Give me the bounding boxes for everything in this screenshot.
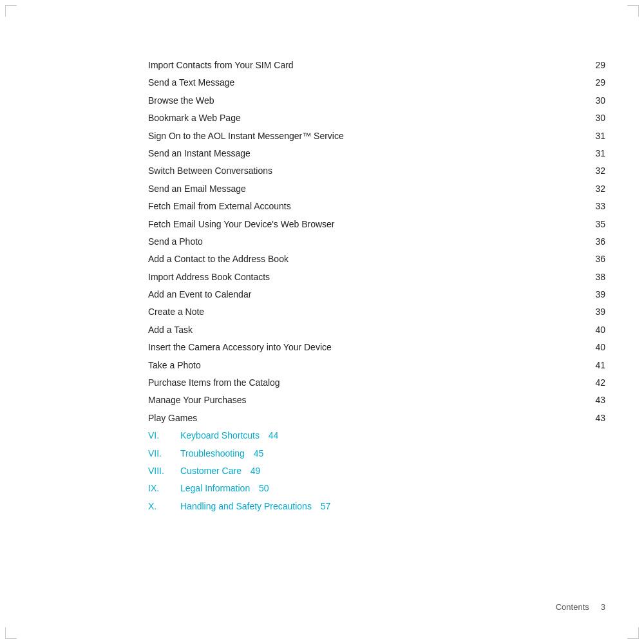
toc-item: Send an Instant Message 31 <box>148 146 605 160</box>
toc-section-label: Customer Care <box>180 464 242 478</box>
toc-section: IX.Legal Information 50 <box>148 481 605 495</box>
toc-section: X.Handling and Safety Precautions 57 <box>148 499 605 513</box>
toc-item-label: Import Address Book Contacts <box>148 270 587 284</box>
toc-item-page: 39 <box>591 287 605 301</box>
toc-item-page: 43 <box>591 411 605 425</box>
toc-item-label: Manage Your Purchases <box>148 393 587 407</box>
toc-item-page: 38 <box>591 270 605 284</box>
corner-tl <box>5 5 17 17</box>
toc-section-label: Handling and Safety Precautions <box>180 499 312 513</box>
toc-section-label: Legal Information <box>180 481 250 495</box>
toc-item-label: Fetch Email Using Your Device's Web Brow… <box>148 217 587 231</box>
footer-page: 3 <box>601 602 605 612</box>
toc-item-page: 43 <box>591 393 605 407</box>
toc-item: Fetch Email Using Your Device's Web Brow… <box>148 217 605 231</box>
toc-item-label: Play Games <box>148 411 587 425</box>
toc-item-label: Send a Photo <box>148 234 587 249</box>
toc-content: Import Contacts from Your SIM Card 29Sen… <box>148 58 605 516</box>
toc-item-page: 40 <box>591 323 605 337</box>
toc-item-page: 29 <box>591 58 605 72</box>
toc-item-label: Add a Task <box>148 323 587 337</box>
toc-item-page: 33 <box>591 199 605 213</box>
toc-item-page: 40 <box>591 340 605 354</box>
toc-item: Sign On to the AOL Instant Messenger™ Se… <box>148 129 605 143</box>
toc-section: VII.Troubleshooting 45 <box>148 446 605 460</box>
toc-item: Insert the Camera Accessory into Your De… <box>148 340 605 354</box>
toc-item: Send a Photo 36 <box>148 234 605 249</box>
toc-item: Create a Note 39 <box>148 305 605 319</box>
toc-section-roman: VIII. <box>148 464 180 478</box>
toc-item-label: Create a Note <box>148 305 587 319</box>
toc-item: Add a Contact to the Address Book 36 <box>148 252 605 266</box>
footer-text: Contents <box>556 602 589 612</box>
toc-item-label: Insert the Camera Accessory into Your De… <box>148 340 587 354</box>
toc-item: Browse the Web 30 <box>148 93 605 108</box>
toc-item-label: Switch Between Conversations <box>148 164 587 178</box>
toc-item-page: 35 <box>591 217 605 231</box>
toc-item-page: 32 <box>591 182 605 196</box>
toc-item: Add an Event to Calendar 39 <box>148 287 605 301</box>
toc-section-page: 45 <box>249 446 263 460</box>
toc-section-page: 57 <box>316 499 330 513</box>
corner-bl <box>5 627 17 639</box>
toc-item-page: 41 <box>591 358 605 372</box>
toc-item: Send a Text Message 29 <box>148 75 605 90</box>
toc-items: Import Contacts from Your SIM Card 29Sen… <box>148 58 605 425</box>
toc-item-page: 39 <box>591 305 605 319</box>
toc-item-page: 32 <box>591 164 605 178</box>
toc-item-label: Take a Photo <box>148 358 587 372</box>
toc-item: Take a Photo 41 <box>148 358 605 372</box>
footer: Contents 3 <box>556 602 605 612</box>
toc-item: Switch Between Conversations 32 <box>148 164 605 178</box>
toc-item: Import Contacts from Your SIM Card 29 <box>148 58 605 72</box>
toc-section-roman: X. <box>148 499 180 513</box>
toc-sections: VI.Keyboard Shortcuts 44VII.Troubleshoot… <box>148 428 605 513</box>
toc-item-page: 36 <box>591 252 605 266</box>
toc-section-roman: VII. <box>148 446 180 460</box>
toc-item: Add a Task 40 <box>148 323 605 337</box>
toc-item-label: Add a Contact to the Address Book <box>148 252 587 266</box>
toc-item-page: 31 <box>591 146 605 160</box>
toc-item: Bookmark a Web Page 30 <box>148 111 605 125</box>
toc-section-page: 49 <box>245 464 260 478</box>
toc-item-label: Purchase Items from the Catalog <box>148 375 587 390</box>
toc-item: Play Games 43 <box>148 411 605 425</box>
corner-br <box>627 627 639 639</box>
toc-item: Send an Email Message 32 <box>148 182 605 196</box>
toc-section-label: Keyboard Shortcuts <box>180 428 260 442</box>
toc-section-label: Troubleshooting <box>180 446 245 460</box>
toc-item: Fetch Email from External Accounts 33 <box>148 199 605 213</box>
toc-item-page: 31 <box>591 129 605 143</box>
toc-section-roman: VI. <box>148 428 180 442</box>
toc-item-page: 42 <box>591 375 605 390</box>
toc-item: Manage Your Purchases 43 <box>148 393 605 407</box>
toc-section-roman: IX. <box>148 481 180 495</box>
toc-item-label: Bookmark a Web Page <box>148 111 587 125</box>
toc-item-label: Send an Instant Message <box>148 146 587 160</box>
toc-item-page: 30 <box>591 111 605 125</box>
toc-item-page: 29 <box>591 75 605 90</box>
toc-item-page: 36 <box>591 234 605 249</box>
toc-item: Purchase Items from the Catalog 42 <box>148 375 605 390</box>
toc-item: Import Address Book Contacts 38 <box>148 270 605 284</box>
toc-item-page: 30 <box>591 93 605 108</box>
toc-item-label: Send an Email Message <box>148 182 587 196</box>
toc-item-label: Fetch Email from External Accounts <box>148 199 587 213</box>
toc-section-page: 50 <box>254 481 269 495</box>
toc-item-label: Send a Text Message <box>148 75 587 90</box>
toc-section-page: 44 <box>263 428 278 442</box>
toc-section: VI.Keyboard Shortcuts 44 <box>148 428 605 442</box>
toc-item-label: Import Contacts from Your SIM Card <box>148 58 587 72</box>
toc-item-label: Add an Event to Calendar <box>148 287 587 301</box>
toc-item-label: Browse the Web <box>148 93 587 108</box>
corner-tr <box>627 5 639 17</box>
toc-item-label: Sign On to the AOL Instant Messenger™ Se… <box>148 129 587 143</box>
toc-section: VIII.Customer Care 49 <box>148 464 605 478</box>
